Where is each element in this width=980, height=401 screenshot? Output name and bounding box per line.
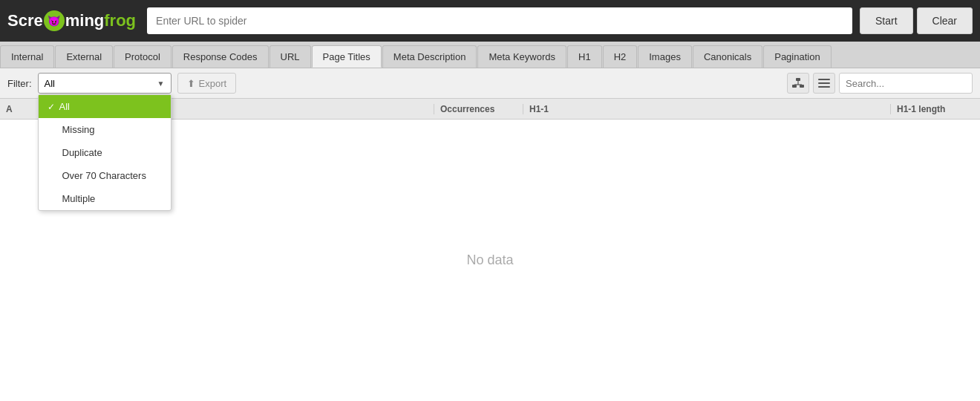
filter-option-label: Over 70 Characters (62, 170, 146, 181)
col-h1-1: H1-1 (523, 104, 891, 114)
logo-frog-text: frog (104, 11, 136, 30)
filter-option-missing[interactable]: Missing (39, 118, 171, 141)
url-input[interactable] (147, 7, 852, 34)
filter-option-label: All (59, 101, 70, 112)
toolbar-right (787, 73, 973, 94)
tab-response-codes[interactable]: Response Codes (172, 45, 269, 68)
svg-rect-6 (818, 82, 830, 84)
filter-option-label: Multiple (62, 193, 96, 204)
filter-dropdown[interactable]: All ▼ ✓AllMissingDuplicateOver 70 Charac… (38, 73, 172, 94)
svg-rect-7 (818, 86, 830, 88)
filter-label: Filter: (7, 78, 32, 89)
tab-bar: InternalExternalProtocolResponse CodesUR… (0, 42, 980, 68)
filter-select-button[interactable]: All ▼ (38, 73, 172, 94)
col-h1-1-length: H1-1 length (891, 104, 980, 114)
svg-rect-5 (818, 79, 830, 80)
checkmark-icon: ✓ (48, 102, 55, 112)
tab-internal[interactable]: Internal (0, 45, 54, 68)
tab-page-titles[interactable]: Page Titles (312, 45, 382, 68)
filter-option-multiple[interactable]: Multiple (39, 187, 171, 210)
hierarchy-icon (792, 78, 804, 88)
tab-canonicals[interactable]: Canonicals (693, 45, 762, 68)
tab-meta-description[interactable]: Meta Description (382, 45, 477, 68)
filter-option-label: Missing (62, 124, 95, 135)
logo: Scre 😈 ming frog (7, 10, 136, 31)
filter-selected-value: All (45, 78, 55, 89)
no-data-text: No data (466, 252, 513, 268)
tab-url[interactable]: URL (270, 45, 311, 68)
tab-images[interactable]: Images (638, 45, 692, 68)
filter-dropdown-menu: ✓AllMissingDuplicateOver 70 CharactersMu… (38, 94, 172, 211)
hierarchy-view-button[interactable] (787, 73, 809, 94)
logo-scre: Scre (7, 11, 43, 30)
start-button[interactable]: Start (860, 7, 913, 34)
filter-option-over70[interactable]: Over 70 Characters (39, 164, 171, 187)
filter-option-label: Duplicate (62, 147, 102, 158)
tab-h2[interactable]: H2 (603, 45, 638, 68)
tab-h1[interactable]: H1 (567, 45, 602, 68)
logo-frog-icon: 😈 (44, 10, 65, 31)
toolbar: Filter: All ▼ ✓AllMissingDuplicateOver 7… (0, 68, 980, 99)
tab-protocol[interactable]: Protocol (114, 45, 172, 68)
search-input[interactable] (839, 73, 973, 94)
tab-pagination[interactable]: Pagination (763, 45, 831, 68)
svg-rect-0 (796, 78, 800, 81)
tab-external[interactable]: External (55, 45, 113, 68)
list-view-button[interactable] (813, 73, 835, 94)
clear-button[interactable]: Clear (917, 7, 973, 34)
main-content: Filter: All ▼ ✓AllMissingDuplicateOver 7… (0, 68, 980, 401)
logo-ming: ming (65, 11, 105, 30)
export-icon: ⬆ (187, 78, 195, 89)
header: Scre 😈 ming frog Start Clear (0, 0, 980, 42)
filter-option-all[interactable]: ✓All (39, 95, 171, 118)
list-icon (818, 78, 830, 88)
tab-meta-keywords[interactable]: Meta Keywords (477, 45, 566, 68)
filter-option-duplicate[interactable]: Duplicate (39, 141, 171, 164)
col-occurrences: Occurrences (434, 104, 523, 114)
chevron-down-icon: ▼ (157, 79, 165, 88)
export-button[interactable]: ⬆ Export (177, 73, 237, 94)
